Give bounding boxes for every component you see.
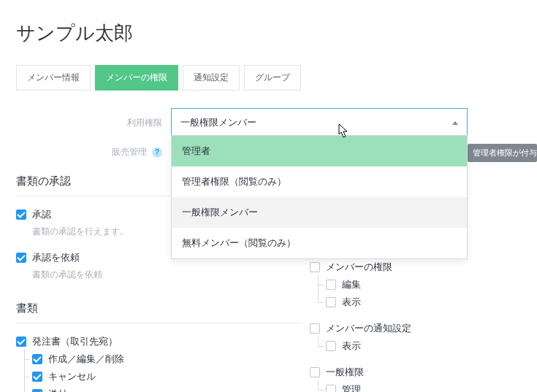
approve-checkbox[interactable] [16,210,26,220]
general-perm-row: 一般権限 [310,366,521,379]
general-perm-child-0-row: 管理 [326,383,521,392]
member-notif-child-0-label: 表示 [342,339,361,353]
member-perm-row: メンバーの権限 [310,261,521,274]
po-child-2-label: 送付 [48,388,67,392]
request-approve-desc: 書類の承認を依頼 [32,269,102,281]
tab-3[interactable]: グループ [244,65,301,91]
member-notif-label: メンバーの通知設定 [326,322,411,335]
po-child-1-checkbox[interactable] [32,372,42,382]
usage-rights-label: 利用権限 [16,117,171,129]
tab-2[interactable]: 通知設定 [183,65,240,91]
approve-desc: 書類の承認を行えます。 [32,226,129,238]
tab-bar: メンバー情報メンバーの権限通知設定グループ [16,65,521,91]
request-approve-checkbox[interactable] [16,253,26,263]
member-perm-child-1-label: 表示 [342,296,361,309]
member-perm-child-1-row: 表示 [326,296,521,309]
member-notif-row: メンバーの通知設定 [310,322,521,335]
member-perm-child-1-checkbox[interactable] [326,297,336,307]
caret-up-icon [452,121,458,125]
general-perm-child-0-label: 管理 [342,383,361,392]
purchase-order-row: 発注書（取引先宛） [16,335,302,348]
general-perm-checkbox[interactable] [310,367,320,377]
approve-label: 承認 [32,208,129,221]
po-child-0-label: 作成／編集／削除 [48,353,124,366]
role-select-display[interactable]: 一般権限メンバー [172,109,467,137]
role-select[interactable]: 一般権限メンバー 管理者管理者権限（閲覧のみ）一般権限メンバー無料メンバー（閲覧… [171,108,468,137]
purchase-order-checkbox[interactable] [16,337,26,347]
help-icon[interactable]: ? [152,147,162,158]
general-perm-label: 一般権限 [326,366,364,379]
member-perm-child-0-row: 編集 [326,278,521,291]
role-dropdown: 管理者管理者権限（閲覧のみ）一般権限メンバー無料メンバー（閲覧のみ） [171,135,468,259]
role-option-1[interactable]: 管理者権限（閲覧のみ） [172,166,467,197]
po-child-2-row: 送付 [32,388,302,392]
member-notif-checkbox[interactable] [310,323,320,334]
tab-0[interactable]: メンバー情報 [16,65,91,91]
po-child-2-checkbox[interactable] [32,389,42,392]
member-perm-checkbox[interactable] [310,262,320,272]
purchase-order-label: 発注書（取引先宛） [32,335,118,348]
po-child-0-row: 作成／編集／削除 [32,353,302,366]
sales-mgmt-label: 販売管理 ? [16,146,171,158]
request-approve-label: 承認を依頼 [32,251,102,264]
member-notif-child-0-row: 表示 [326,339,521,353]
po-child-1-row: キャンセル [32,370,302,383]
member-perm-label: メンバーの権限 [326,261,392,274]
po-child-1-label: キャンセル [48,370,96,383]
role-option-2[interactable]: 一般権限メンバー [172,197,467,228]
tab-1[interactable]: メンバーの権限 [95,65,178,91]
role-select-value: 一般権限メンバー [180,116,256,129]
member-notif-child-0-checkbox[interactable] [326,341,336,351]
role-option-0[interactable]: 管理者 [172,136,467,166]
general-perm-child-0-checkbox[interactable] [326,385,336,392]
role-option-3[interactable]: 無料メンバー（閲覧のみ） [172,228,467,258]
documents-section-head: 書類 [16,294,302,323]
member-perm-child-0-checkbox[interactable] [326,280,336,290]
member-perm-child-0-label: 編集 [342,278,361,291]
page-title: サンプル太郎 [16,20,521,46]
po-child-0-checkbox[interactable] [32,354,42,364]
